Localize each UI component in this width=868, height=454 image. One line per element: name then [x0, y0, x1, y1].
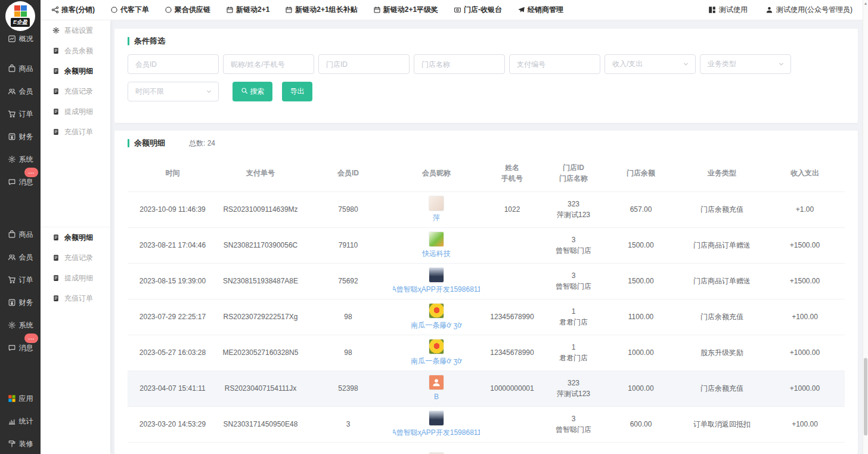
sidebar-item[interactable]: 装修: [0, 433, 41, 454]
cell-nickname: 快远科技: [393, 227, 480, 263]
sidebar-item[interactable]: 订单: [0, 268, 41, 291]
cell-nickname: A曾智聪ҳAPP开发15986811: [393, 406, 480, 442]
cell-phone: [480, 406, 544, 442]
sidebar-item[interactable]: 统计: [0, 410, 41, 433]
cell-nickname: 萍: [393, 192, 480, 227]
cell-time: 2023-08-15 19:39:00: [128, 263, 218, 299]
member-nickname-link[interactable]: 南瓜一条藤ớ ʒờ: [411, 320, 462, 331]
cell-pay-no: [218, 442, 303, 454]
filter-input[interactable]: [509, 54, 600, 74]
table-row: 2023-04-07 15:41:11 RS20230407154111Jx 5…: [128, 370, 845, 406]
table-row: 3: [128, 442, 845, 454]
submenu-item-active[interactable]: 余额明细: [41, 227, 110, 248]
sidebar-group-1: 概况商品会员订单财务系统消息...: [0, 27, 41, 193]
filter-input[interactable]: [414, 54, 505, 74]
member-nickname-link[interactable]: 快远科技: [422, 248, 451, 259]
filter-input[interactable]: [128, 54, 219, 74]
submenu-item[interactable]: 充值订单: [41, 288, 110, 308]
column-header: 门店余额: [603, 155, 679, 192]
submenu-item[interactable]: 基础设置: [41, 20, 110, 41]
cell-amount: +1500.00: [765, 263, 845, 299]
finance-icon: [8, 298, 16, 307]
cell-amount: +1500.00: [765, 227, 845, 263]
cell-member-id: 52398: [303, 370, 393, 406]
member-avatar: [429, 375, 444, 390]
column-header: 业务类型: [679, 155, 765, 192]
member-nickname-link[interactable]: A曾智聪ҳAPP开发15986811: [393, 427, 480, 438]
table-row: 2023-07-29 22:25:17 RS20230729222517Xg 9…: [128, 299, 845, 335]
submenu-item[interactable]: 提成明细: [41, 101, 110, 122]
cell-balance: 1500.00: [603, 263, 679, 299]
topnav-item[interactable]: 新链动2+1平级奖: [373, 5, 438, 15]
cell-time: 2023-05-27 16:03:28: [128, 335, 218, 370]
doc-icon: [52, 67, 60, 75]
sidebar-item[interactable]: 概况: [0, 27, 41, 50]
balance-list-panel: 余额明细 总数: 24 时间支付单号会员ID会员昵称姓名手机号门店ID门店名称门…: [114, 131, 858, 454]
topbar-right-item[interactable]: 测试使用: [708, 5, 748, 15]
submenu-item[interactable]: 会员余额: [41, 41, 110, 61]
cell-store: 1君君门店: [544, 335, 603, 370]
member-nickname-link[interactable]: A曾智聪ҳAPP开发15986811: [393, 284, 480, 295]
scrollbar-thumb[interactable]: [864, 358, 867, 436]
filter-title: 条件筛选: [128, 36, 845, 47]
scrollbar-up-arrow[interactable]: ▲: [863, 1, 868, 5]
search-button[interactable]: 搜索: [232, 82, 272, 101]
app-logo[interactable]: E企盈: [5, 1, 35, 31]
submenu-item[interactable]: 充值记录: [41, 248, 110, 268]
cell-amount: +100.00: [765, 299, 845, 335]
filter-input[interactable]: [223, 54, 314, 74]
sidebar-item[interactable]: 消息...: [0, 171, 41, 193]
topnav-item[interactable]: 推客(分销): [51, 5, 95, 15]
time-range-select[interactable]: 时间不限: [128, 82, 219, 101]
cell-amount: +1000.00: [765, 370, 845, 406]
member-avatar: [429, 196, 444, 211]
cell-store: 323萍测试123: [544, 370, 603, 406]
sidebar-item[interactable]: 财务: [0, 291, 41, 314]
export-button[interactable]: 导出: [282, 82, 312, 101]
sidebar-item[interactable]: 会员: [0, 246, 41, 268]
submenu-item[interactable]: 充值记录: [41, 81, 110, 101]
apps-icon: [8, 394, 16, 403]
cell-nickname: A曾智聪ҳAPP开发15986811: [393, 263, 480, 299]
topnav-item[interactable]: 聚合供应链: [165, 5, 210, 15]
sidebar-item[interactable]: 商品: [0, 223, 41, 246]
gear-small-icon: [52, 27, 60, 34]
topnav-item[interactable]: 新链动2+1: [226, 5, 269, 15]
filter-select[interactable]: 业务类型: [700, 54, 791, 74]
sidebar-item[interactable]: 商品: [0, 57, 41, 80]
table-body: 2023-10-09 11:46:39 RS20231009114639Mz 7…: [128, 192, 845, 454]
share-icon: [51, 6, 59, 14]
topbar-right-item[interactable]: 测试使用(公众号管理员): [765, 5, 852, 15]
topnav-item[interactable]: 代客下单: [110, 5, 149, 15]
sidebar-group-2: 商品会员订单财务系统消息...: [0, 223, 41, 359]
column-header: 支付单号: [218, 155, 303, 192]
cell-member-id: 98: [303, 299, 393, 335]
submenu-item[interactable]: 提成明细: [41, 268, 110, 288]
doc-icon: [52, 254, 60, 261]
member-nickname-link[interactable]: 萍: [433, 212, 440, 223]
page-scrollbar[interactable]: ▲: [863, 0, 868, 454]
sidebar-item[interactable]: 消息...: [0, 336, 41, 359]
order-icon: [8, 110, 16, 118]
submenu-group-1: 基础设置会员余额余额明细充值记录提成明细充值订单: [41, 20, 110, 142]
sidebar-item[interactable]: 订单: [0, 103, 41, 125]
sidebar-item[interactable]: 财务: [0, 125, 41, 148]
cell-biz-type: [679, 442, 765, 454]
system-icon: [8, 321, 16, 329]
topnav-item[interactable]: 门店-收银台: [454, 5, 502, 15]
submenu-item[interactable]: 充值订单: [41, 122, 110, 142]
topnav-item[interactable]: 经销商管理: [517, 5, 563, 15]
filter-select[interactable]: 收入/支出: [604, 54, 696, 74]
calendar-icon: [285, 6, 293, 14]
member-nickname-link[interactable]: 南瓜一条藤ớ ʒờ: [411, 356, 462, 366]
cashier-icon: [454, 6, 461, 14]
system-icon: [8, 155, 16, 163]
member-avatar: [429, 231, 444, 247]
member-nickname-link[interactable]: B: [434, 391, 439, 402]
filter-row-2: 时间不限 搜索 导出: [128, 82, 845, 101]
topnav-item[interactable]: 新链动2+1组长补贴: [285, 5, 357, 15]
filter-input[interactable]: [318, 54, 410, 74]
sidebar-item[interactable]: 应用: [0, 387, 41, 410]
sidebar-item[interactable]: 会员: [0, 80, 41, 103]
submenu-item-active[interactable]: 余额明细: [41, 61, 110, 81]
